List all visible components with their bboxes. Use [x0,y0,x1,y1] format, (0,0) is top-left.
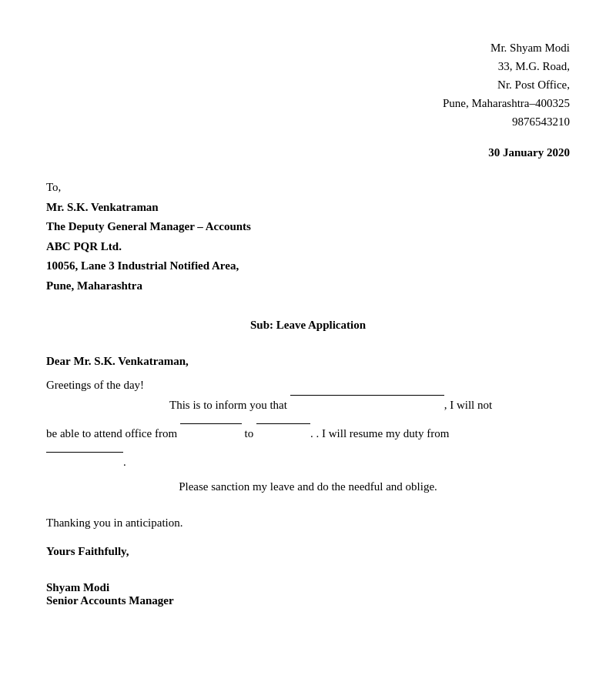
closing-text: Yours Faithfully, [46,545,129,557]
sender-address: Mr. Shyam Modi 33, M.G. Road, Nr. Post O… [46,38,570,131]
body-paragraph-1: This is to inform you that , I will not [46,395,570,416]
blank-from [180,423,242,424]
thanking-text: Thanking you in anticipation. [46,516,182,529]
signature-designation: Senior Accounts Manager [46,594,570,607]
recipient-address1: 10056, Lane 3 Industrial Notified Area, [46,256,570,276]
body-part2-mid: to [245,427,254,440]
salutation: Dear Mr. S.K. Venkatraman, [46,355,570,368]
body-paragraph-2: be able to attend office from to . . I w… [46,423,570,444]
thanking-line: Thanking you in anticipation. [46,516,570,530]
greeting-line: Greetings of the day! [46,379,570,392]
blank-name [290,395,444,396]
body-part1-intro: This is to inform you that [169,399,287,411]
signature-block: Shyam Modi Senior Accounts Manager [46,581,570,607]
body-paragraph-3: . [46,452,570,473]
indent-spacer [46,395,169,416]
blank-resume [46,452,123,453]
letter-page: Mr. Shyam Modi 33, M.G. Road, Nr. Post O… [0,0,616,692]
recipient-block: To, Mr. S.K. Venkatraman The Deputy Gene… [46,178,570,296]
sender-name: Mr. Shyam Modi [46,38,570,57]
greeting-text: Greetings of the day! [46,379,144,391]
sender-address-line1: 33, M.G. Road, [46,57,570,75]
subject-text: Sub: Leave Application [250,319,366,331]
recipient-designation: The Deputy General Manager – Accounts [46,217,570,237]
recipient-salutation: To, [46,178,570,198]
blank-to [256,423,310,424]
please-line: Please sanction my leave and do the need… [46,480,570,493]
body-part3-end: . [123,456,126,468]
date-line: 30 January 2020 [46,146,570,159]
dear-text: Dear [46,355,71,367]
closing-line: Yours Faithfully, [46,545,570,558]
sender-address-line3: Pune, Maharashtra–400325 [46,94,570,112]
body-part2-end: . I will resume my duty from [316,427,450,440]
dear-name: Mr. S.K. Venkatraman, [73,355,188,367]
subject-line: Sub: Leave Application [46,319,570,332]
sender-phone: 9876543210 [46,112,570,131]
recipient-company: ABC PQR Ltd. [46,237,570,257]
date-text: 30 January 2020 [488,146,570,159]
recipient-name: Mr. S.K. Venkatraman [46,198,570,218]
sender-address-line2: Nr. Post Office, [46,75,570,94]
body-part1-end: , I will not [444,399,493,411]
body-part2-start: be able to attend office from [46,427,177,440]
please-text: Please sanction my leave and do the need… [179,480,437,493]
signature-name: Shyam Modi [46,581,570,594]
recipient-address2: Pune, Maharashtra [46,276,570,296]
